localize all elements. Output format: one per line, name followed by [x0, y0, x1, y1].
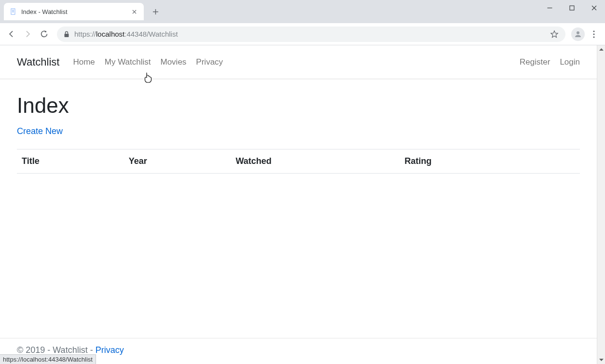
minimize-button[interactable]	[538, 0, 561, 15]
svg-point-16	[593, 36, 594, 38]
kebab-menu-icon[interactable]	[587, 30, 601, 38]
nav-movies[interactable]: Movies	[161, 57, 187, 67]
tab-bar: Index - Watchlist	[0, 0, 162, 23]
browser-tab-strip: Index - Watchlist	[0, 0, 605, 23]
watchlist-table: Title Year Watched Rating	[17, 149, 580, 174]
nav-my-watchlist[interactable]: My Watchlist	[105, 57, 151, 67]
col-watched: Watched	[231, 149, 399, 174]
new-tab-button[interactable]	[149, 5, 162, 18]
footer-copyright: © 2019 - Watchlist -	[17, 345, 96, 355]
svg-rect-12	[65, 34, 69, 37]
nav-home[interactable]: Home	[73, 57, 95, 67]
browser-toolbar: https://localhost:44348/Watchlist	[0, 23, 605, 45]
window-controls	[538, 0, 605, 23]
scroll-down-arrow-icon[interactable]	[597, 356, 605, 364]
brand-link[interactable]: Watchlist	[17, 56, 59, 68]
nav-privacy[interactable]: Privacy	[196, 57, 223, 67]
site-navbar: Watchlist Home My Watchlist Movies Priva…	[0, 45, 597, 79]
browser-tab[interactable]: Index - Watchlist	[4, 3, 144, 20]
back-button[interactable]	[4, 27, 18, 41]
close-window-button[interactable]	[583, 0, 605, 15]
svg-point-14	[593, 30, 594, 32]
svg-point-13	[577, 31, 579, 34]
viewport: Watchlist Home My Watchlist Movies Priva…	[0, 45, 605, 364]
bookmark-star-icon[interactable]	[550, 30, 559, 39]
tab-title: Index - Watchlist	[21, 8, 126, 15]
table-header-row: Title Year Watched Rating	[17, 149, 580, 174]
page-title: Index	[17, 94, 580, 118]
svg-rect-9	[570, 6, 574, 10]
forward-button[interactable]	[20, 27, 35, 41]
col-rating: Rating	[400, 149, 580, 174]
nav-links: Home My Watchlist Movies Privacy	[73, 57, 223, 67]
lock-icon	[64, 31, 69, 38]
nav-right: Register Login	[520, 57, 580, 67]
maximize-button[interactable]	[561, 0, 583, 15]
col-year: Year	[124, 149, 231, 174]
address-bar[interactable]: https://localhost:44348/Watchlist	[57, 27, 565, 42]
scroll-track[interactable]	[597, 54, 605, 356]
page-content: Watchlist Home My Watchlist Movies Priva…	[0, 45, 597, 364]
vertical-scrollbar[interactable]	[597, 45, 605, 364]
close-icon[interactable]	[130, 8, 138, 15]
footer-privacy-link[interactable]: Privacy	[96, 345, 124, 355]
profile-icon[interactable]	[571, 27, 585, 41]
reload-button[interactable]	[37, 27, 51, 41]
svg-rect-0	[11, 9, 15, 14]
nav-register[interactable]: Register	[520, 57, 550, 67]
url-text: https://localhost:44348/Watchlist	[74, 30, 178, 38]
file-icon	[10, 8, 17, 15]
col-title: Title	[17, 149, 124, 174]
create-new-link[interactable]: Create New	[17, 126, 63, 136]
scroll-up-arrow-icon[interactable]	[597, 45, 605, 54]
nav-login[interactable]: Login	[560, 57, 580, 67]
svg-point-15	[593, 33, 594, 35]
status-bar: https://localhost:44348/Watchlist	[0, 354, 96, 364]
main-container: Index Create New Title Year Watched Rati…	[0, 79, 597, 188]
